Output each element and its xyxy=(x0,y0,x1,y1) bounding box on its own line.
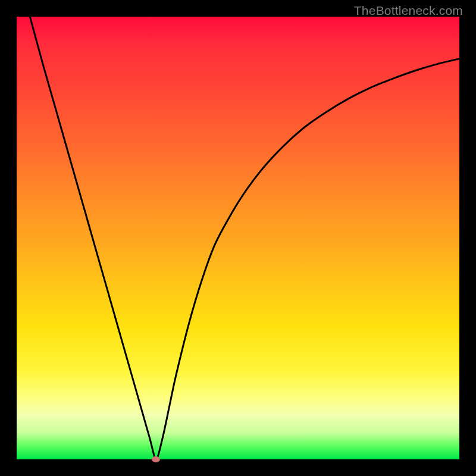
minimum-marker xyxy=(152,456,160,462)
bottleneck-curve xyxy=(17,17,459,459)
watermark-text: TheBottleneck.com xyxy=(354,4,463,18)
plot-area xyxy=(17,17,459,459)
chart-frame: TheBottleneck.com xyxy=(0,0,476,476)
